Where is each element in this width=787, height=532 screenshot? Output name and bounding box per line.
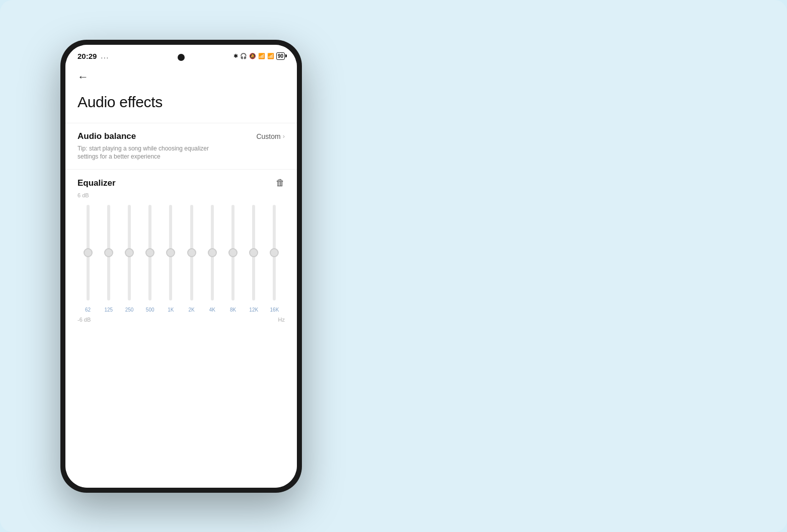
headphone-icon: 🎧	[240, 53, 247, 59]
eq-thumb-8k[interactable]	[228, 248, 238, 257]
eq-thumb-12k[interactable]	[249, 248, 258, 257]
eq-band-2k: 2K	[181, 202, 202, 313]
eq-freq-250: 250	[125, 307, 134, 313]
eq-thumb-62[interactable]	[84, 248, 93, 257]
eq-db-bottom: -6 dB	[77, 317, 91, 323]
eq-freq-4k: 4K	[209, 307, 215, 313]
eq-freq-8k: 8K	[230, 307, 236, 313]
eq-band-4k: 4K	[202, 202, 222, 313]
eq-slider-2k[interactable]	[187, 202, 196, 303]
eq-thumb-2k[interactable]	[187, 248, 196, 257]
eq-thumb-4k[interactable]	[208, 248, 217, 257]
phone-screen: 20:29 ... ✱ 🎧 🔕 📶 📶 90	[65, 45, 297, 488]
eq-slider-125[interactable]	[104, 202, 113, 303]
eq-band-8k: 8K	[222, 202, 243, 313]
eq-band-12k: 12K	[244, 202, 264, 313]
back-arrow-icon: ←	[77, 70, 89, 84]
eq-title: Equalizer	[77, 178, 116, 188]
eq-slider-1k[interactable]	[166, 202, 175, 303]
wifi-icon: 📶	[267, 53, 274, 59]
screen-content: ← Audio effects Audio balance Tip: start…	[65, 64, 297, 488]
eq-band-125: 125	[98, 202, 119, 313]
status-icons: ✱ 🎧 🔕 📶 📶 90	[233, 52, 285, 60]
eq-track-16k	[273, 205, 276, 300]
eq-thumb-125[interactable]	[104, 248, 113, 257]
eq-track-500	[148, 205, 151, 300]
eq-hz-label: Hz	[278, 317, 285, 323]
eq-track-4k	[211, 205, 214, 300]
bluetooth-icon: ✱	[233, 53, 238, 59]
trash-icon[interactable]: 🗑	[276, 178, 285, 188]
audio-balance-subtitle: Tip: start playing a song while choosing…	[77, 144, 218, 162]
eq-header: Equalizer 🗑	[77, 178, 285, 188]
status-time: 20:29	[77, 52, 97, 60]
page-title: Audio effects	[65, 88, 297, 123]
custom-label: Custom	[256, 132, 280, 140]
eq-track-62	[87, 205, 90, 300]
eq-band-62: 62	[77, 202, 98, 313]
eq-slider-500[interactable]	[145, 202, 154, 303]
eq-slider-62[interactable]	[84, 202, 93, 303]
eq-freq-62: 62	[85, 307, 91, 313]
front-camera	[178, 54, 185, 61]
eq-slider-250[interactable]	[125, 202, 134, 303]
chevron-right-icon: ›	[283, 132, 285, 140]
page-background: 20:29 ... ✱ 🎧 🔕 📶 📶 90	[0, 0, 787, 532]
eq-thumb-500[interactable]	[145, 248, 154, 257]
eq-band-1k: 1K	[161, 202, 181, 313]
audio-balance-value[interactable]: Custom ›	[256, 132, 285, 140]
back-button[interactable]: ←	[77, 70, 285, 84]
eq-freq-500: 500	[146, 307, 154, 313]
eq-freq-125: 125	[104, 307, 113, 313]
eq-band-16k: 16K	[264, 202, 285, 313]
audio-balance-title: Audio balance	[77, 131, 218, 141]
eq-track-12k	[252, 205, 255, 300]
audio-balance-section: Audio balance Tip: start playing a song …	[65, 123, 297, 170]
battery-icon: 90	[276, 52, 285, 60]
eq-band-500: 500	[140, 202, 161, 313]
equalizer-section: Equalizer 🗑 6 dB 62	[65, 169, 297, 335]
eq-thumb-1k[interactable]	[166, 248, 175, 257]
eq-thumb-16k[interactable]	[270, 248, 279, 257]
eq-track-125	[107, 205, 110, 300]
eq-freq-16k: 16K	[270, 307, 279, 313]
audio-balance-row[interactable]: Audio balance Tip: start playing a song …	[77, 131, 285, 162]
eq-band-250: 250	[119, 202, 139, 313]
phone-shell: 20:29 ... ✱ 🎧 🔕 📶 📶 90	[60, 40, 302, 493]
eq-thumb-250[interactable]	[125, 248, 134, 257]
status-dots: ...	[101, 52, 109, 60]
eq-track-2k	[190, 205, 193, 300]
eq-bottom-row: -6 dB Hz	[77, 317, 285, 323]
eq-track-250	[128, 205, 131, 300]
eq-track-1k	[169, 205, 172, 300]
eq-db-top: 6 dB	[77, 192, 285, 198]
eq-freq-1k: 1K	[168, 307, 174, 313]
eq-freq-12k: 12K	[249, 307, 258, 313]
top-nav: ←	[65, 64, 297, 88]
mute-icon: 🔕	[249, 53, 256, 59]
audio-balance-left: Audio balance Tip: start playing a song …	[77, 131, 218, 162]
status-bar: 20:29 ... ✱ 🎧 🔕 📶 📶 90	[65, 45, 297, 64]
eq-slider-12k[interactable]	[249, 202, 258, 303]
signal-icon: 📶	[258, 53, 265, 59]
eq-slider-16k[interactable]	[270, 202, 279, 303]
eq-slider-4k[interactable]	[208, 202, 217, 303]
eq-slider-8k[interactable]	[228, 202, 238, 303]
eq-freq-2k: 2K	[189, 307, 195, 313]
eq-track-8k	[231, 205, 234, 300]
eq-bands: 62 125	[77, 202, 285, 313]
